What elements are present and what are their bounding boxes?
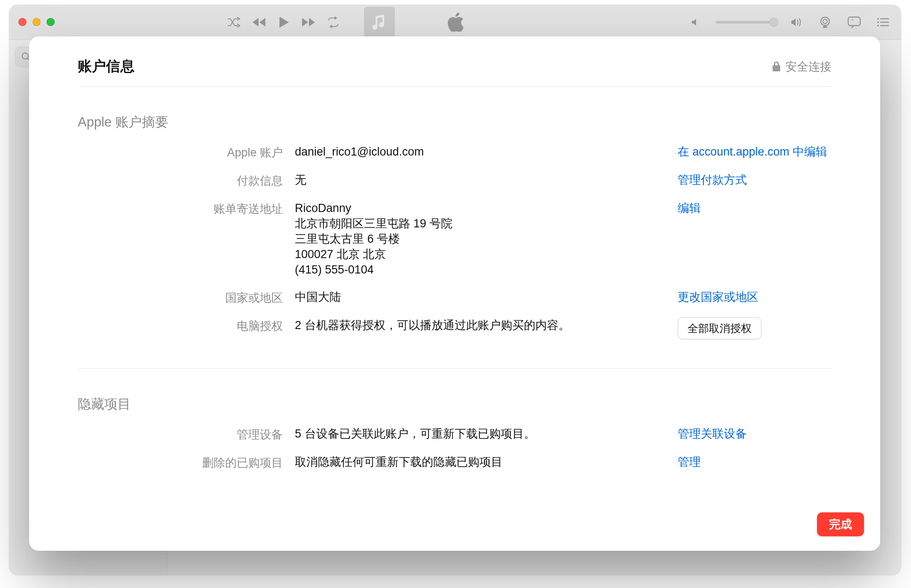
link-edit-billing[interactable]: 编辑: [678, 200, 701, 216]
link-manage-devices[interactable]: 管理关联设备: [678, 426, 747, 441]
label-country: 国家或地区: [78, 289, 283, 306]
link-edit-apple-account[interactable]: 在 account.apple.com 中编辑: [678, 144, 827, 159]
section-title-account-summary: Apple 账户摘要: [78, 113, 832, 131]
section-title-hidden-items: 隐藏项目: [78, 395, 832, 413]
account-summary-grid: Apple 账户 daniel_rico1@icloud.com 在 accou…: [78, 144, 832, 339]
value-manage-devices: 5 台设备已关联此账户，可重新下载已购项目。: [295, 426, 666, 441]
label-payment: 付款信息: [78, 172, 283, 188]
billing-line: (415) 555-0104: [295, 262, 666, 277]
billing-line: 三里屯太古里 6 号楼: [295, 231, 666, 247]
label-removed-purchases: 删除的已购项目: [78, 454, 283, 470]
label-manage-devices: 管理设备: [78, 426, 283, 442]
billing-line: RicoDanny: [295, 200, 666, 216]
secure-connection-label: 安全连接: [772, 59, 832, 74]
dialog-footer: 完成: [29, 501, 880, 551]
value-apple-account: daniel_rico1@icloud.com: [295, 144, 666, 159]
dialog-title: 账户信息: [78, 57, 135, 76]
value-removed-purchases: 取消隐藏任何可重新下载的隐藏已购项目: [295, 454, 666, 470]
lock-icon: [772, 61, 781, 72]
hidden-items-grid: 管理设备 5 台设备已关联此账户，可重新下载已购项目。 管理关联设备 删除的已购…: [78, 426, 832, 470]
value-payment: 无: [295, 172, 666, 188]
link-manage-hidden[interactable]: 管理: [678, 454, 701, 470]
secure-connection-text: 安全连接: [785, 59, 832, 74]
value-billing: RicoDanny 北京市朝阳区三里屯路 19 号院 三里屯太古里 6 号楼 1…: [295, 200, 666, 277]
billing-line: 100027 北京 北京: [295, 247, 666, 262]
label-apple-account: Apple 账户: [78, 144, 283, 160]
label-billing: 账单寄送地址: [78, 200, 283, 217]
value-country: 中国大陆: [295, 289, 666, 305]
link-change-country[interactable]: 更改国家或地区: [678, 289, 758, 305]
account-info-dialog: 账户信息 安全连接 Apple 账户摘要 Apple 账户 daniel_ric…: [29, 36, 880, 551]
value-auth: 2 台机器获得授权，可以播放通过此账户购买的内容。: [295, 318, 666, 333]
link-manage-payment[interactable]: 管理付款方式: [678, 172, 747, 188]
deauthorize-all-button[interactable]: 全部取消授权: [678, 318, 761, 339]
done-button[interactable]: 完成: [817, 512, 864, 536]
label-auth: 电脑授权: [78, 318, 283, 334]
billing-line: 北京市朝阳区三里屯路 19 号院: [295, 216, 666, 231]
